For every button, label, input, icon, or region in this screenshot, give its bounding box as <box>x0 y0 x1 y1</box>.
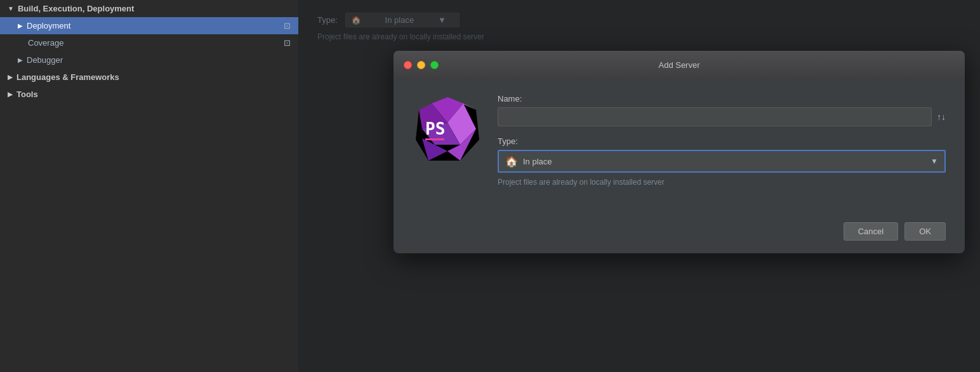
phpstorm-logo: PS <box>413 94 482 197</box>
arrow-icon: ▶ <box>18 56 23 63</box>
sidebar: ▼ Build, Execution, Deployment ▶ Deploym… <box>0 0 298 372</box>
arrow-icon: ▼ <box>8 5 14 12</box>
type-select-container: 🏠 In place ▼ <box>498 150 946 173</box>
name-field-row: Name: ↑↓ <box>498 94 946 126</box>
sidebar-item-debugger[interactable]: ▶ Debugger <box>0 51 298 69</box>
arrow-icon: ▶ <box>18 22 23 29</box>
type-description: Project files are already on locally ins… <box>498 178 946 187</box>
dialog-form: Name: ↑↓ Type: 🏠 In place ▼ <box>498 94 946 197</box>
type-field-row: Type: 🏠 In place ▼ Project files are alr… <box>498 136 946 187</box>
type-icon: 🏠 <box>505 156 518 168</box>
cancel-button[interactable]: Cancel <box>844 222 898 241</box>
sidebar-item-tools[interactable]: ▶ Tools <box>0 86 298 103</box>
sidebar-item-deployment[interactable]: ▶ Deployment ⊡ <box>0 17 298 34</box>
minimize-button[interactable] <box>417 61 425 69</box>
name-input[interactable] <box>498 107 932 126</box>
sidebar-item-coverage[interactable]: Coverage ⊡ <box>0 34 298 51</box>
dialog-title: Add Server <box>658 60 699 70</box>
right-area: Type: 🏠 In place ▼ Project files are alr… <box>298 0 980 372</box>
arrow-icon: ▶ <box>8 91 13 98</box>
dropdown-arrow-icon: ▼ <box>930 157 938 166</box>
add-server-dialog: Add Server PS <box>394 51 965 253</box>
sidebar-item-languages-frameworks[interactable]: ▶ Languages & Frameworks <box>0 69 298 86</box>
maximize-button[interactable] <box>430 61 439 69</box>
dialog-body: PS Name: ↑↓ Type: <box>394 79 965 215</box>
dialog-footer: Cancel OK <box>394 215 965 253</box>
deploy-icon: ⊡ <box>284 21 291 30</box>
type-label: Type: <box>498 136 946 146</box>
arrow-icon: ▶ <box>8 74 13 81</box>
ok-button[interactable]: OK <box>904 222 946 241</box>
sidebar-item-build-execution-deployment[interactable]: ▼ Build, Execution, Deployment <box>0 0 298 17</box>
name-label: Name: <box>498 94 946 103</box>
window-controls <box>404 61 439 69</box>
coverage-icon: ⊡ <box>284 38 291 48</box>
type-value: In place <box>523 157 930 166</box>
dialog-titlebar: Add Server <box>394 51 965 79</box>
svg-text:PS: PS <box>425 119 445 138</box>
close-button[interactable] <box>404 61 412 69</box>
type-select[interactable]: 🏠 In place ▼ <box>498 150 946 173</box>
sort-arrows-icon[interactable]: ↑↓ <box>937 112 946 122</box>
svg-rect-9 <box>425 138 444 140</box>
